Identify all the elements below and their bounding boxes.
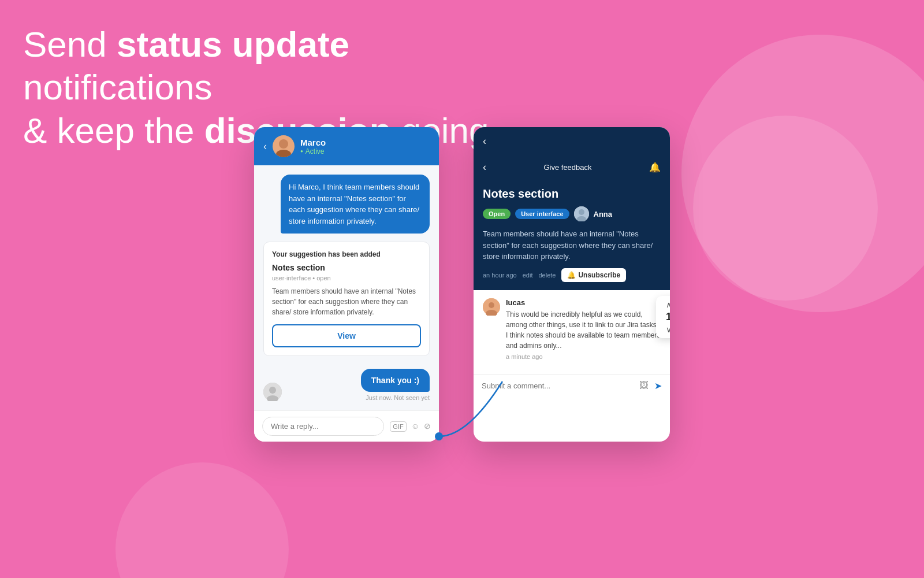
- left-phone-user-info: Marco Active: [300, 138, 326, 155]
- left-phone-input-area: GIF ☺ ⊘: [254, 410, 439, 442]
- author-name: Anna: [594, 210, 613, 218]
- view-button[interactable]: View: [272, 324, 421, 347]
- bell-unsub-icon: 🔔: [567, 271, 576, 279]
- vote-down-arrow[interactable]: ∨: [666, 325, 670, 334]
- right-input-icon-group: 🖼 ➤: [639, 380, 662, 391]
- left-phone-header: ‹ Marco Active: [254, 127, 439, 165]
- bg-decoration-circle-bottom: [116, 462, 289, 578]
- feature-detail-section: Notes section Open User interface Anna T…: [474, 179, 670, 290]
- left-phone-chat-area: Hi Marco, I think team members should ha…: [254, 165, 439, 410]
- vote-widget: ∧ 1 ∨: [656, 296, 670, 338]
- suggestion-card: Your suggestion has been added Notes sec…: [263, 242, 430, 356]
- thank-you-bubble: Thank you :): [361, 369, 430, 392]
- emoji-icon[interactable]: ☺: [411, 421, 419, 432]
- thank-you-section: Thank you :) Just now. Not seen yet: [361, 369, 430, 401]
- feedback-bar: ‹ Give feedback 🔔: [474, 155, 670, 179]
- vote-up-arrow[interactable]: ∧: [666, 301, 670, 309]
- meta-edit-link[interactable]: edit: [523, 272, 533, 279]
- meta-delete-link[interactable]: delete: [538, 272, 556, 279]
- svg-point-3: [269, 387, 276, 394]
- feature-body: Team members should have an internal "No…: [483, 228, 661, 262]
- unsub-label: Unsubscribe: [578, 271, 620, 279]
- right-phone-header: ‹: [474, 127, 670, 155]
- comment-item: lucas This would be incredibly helpful a…: [483, 298, 661, 360]
- comment-text: This would be incredibly helpful as we c…: [506, 309, 661, 351]
- heading-line1-bold: status update: [117, 24, 349, 64]
- attach-icon[interactable]: ⊘: [424, 421, 431, 432]
- card-feature-title: Notes section: [272, 263, 421, 272]
- feature-name: Notes section: [483, 187, 661, 201]
- vote-count: 1: [666, 311, 670, 323]
- meta-row: an hour ago edit delete 🔔 Unsubscribe: [483, 268, 661, 282]
- bell-icon[interactable]: 🔔: [649, 162, 661, 173]
- author-avatar: [574, 206, 589, 221]
- feedback-label: Give feedback: [543, 163, 591, 172]
- card-added-title: Your suggestion has been added: [272, 250, 421, 258]
- tags-row: Open User interface Anna: [483, 206, 661, 221]
- left-phone-back-arrow[interactable]: ‹: [263, 140, 267, 153]
- gif-icon[interactable]: GIF: [390, 421, 406, 432]
- feedback-back-btn[interactable]: ‹: [483, 161, 486, 173]
- comment-time: a minute ago: [506, 353, 661, 360]
- card-feature-desc: Team members should have an internal "No…: [272, 286, 421, 317]
- reply-input[interactable]: [262, 417, 384, 436]
- right-phone-header-back[interactable]: ‹: [483, 135, 486, 147]
- svg-point-6: [579, 209, 584, 215]
- image-icon[interactable]: 🖼: [639, 380, 649, 391]
- tag-open[interactable]: Open: [483, 209, 511, 219]
- heading-line1-regular2: notifications: [23, 67, 212, 107]
- heading-line1-regular: Send: [23, 24, 117, 64]
- svg-point-9: [489, 302, 494, 308]
- comment-input[interactable]: [482, 381, 634, 390]
- left-phone-user-name: Marco: [300, 138, 326, 147]
- left-phone-user-status: Active: [300, 147, 326, 155]
- comments-section: ∧ 1 ∨ lucas This would be incredibly hel…: [474, 290, 670, 374]
- tag-ui[interactable]: User interface: [515, 209, 569, 219]
- left-phone-bottom-avatar: [263, 383, 282, 401]
- meta-time: an hour ago: [483, 272, 517, 279]
- seen-text: Just now. Not seen yet: [366, 394, 430, 401]
- mockups-container: ‹ Marco Active Hi Marco, I think team me…: [0, 127, 924, 442]
- send-icon[interactable]: ➤: [654, 380, 662, 391]
- chat-bubble-outgoing: Hi Marco, I think team members should ha…: [281, 175, 430, 234]
- commenter-name: lucas: [506, 298, 661, 307]
- comment-body: lucas This would be incredibly helpful a…: [506, 298, 661, 360]
- card-feature-meta: user-interface • open: [272, 275, 421, 281]
- left-phone-mockup: ‹ Marco Active Hi Marco, I think team me…: [254, 127, 439, 442]
- unsubscribe-button[interactable]: 🔔 Unsubscribe: [561, 268, 626, 282]
- right-phone-input-area: 🖼 ➤: [474, 374, 670, 397]
- comment-avatar: [483, 298, 500, 316]
- svg-point-1: [276, 150, 291, 157]
- left-phone-avatar: [273, 135, 295, 157]
- input-icon-group: GIF ☺ ⊘: [390, 421, 431, 432]
- right-phone-mockup: ‹ ‹ Give feedback 🔔 Notes section Open U…: [474, 127, 670, 442]
- svg-point-0: [279, 139, 288, 149]
